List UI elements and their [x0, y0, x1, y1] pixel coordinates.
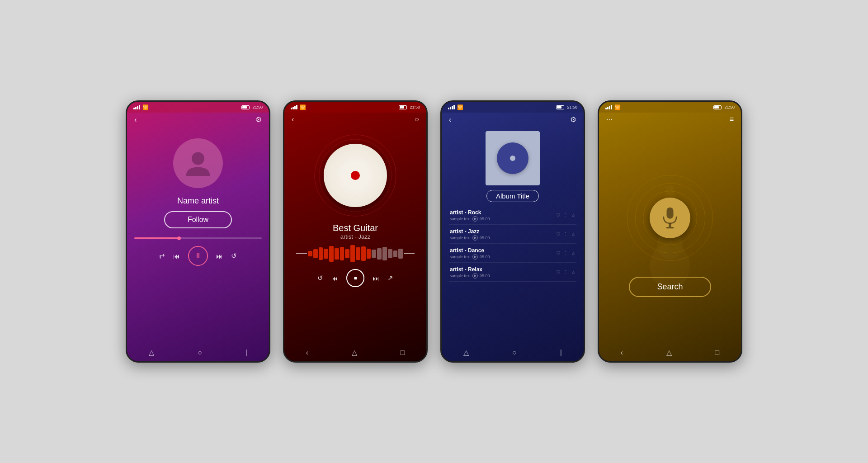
play-icon-small-3[interactable]: ▶	[472, 273, 478, 279]
search-icon-3[interactable]: ○	[512, 349, 517, 357]
heart-icon-3[interactable]: ♡	[556, 269, 561, 275]
track-list: artist - Rock sample text ▶ 05:00 ♡ ⋮ ☆	[449, 207, 576, 282]
next-icon[interactable]: ⏭	[216, 252, 223, 260]
stop-icon: ■	[354, 275, 357, 281]
progress-bar[interactable]	[134, 237, 262, 239]
menu-icon[interactable]: ≡	[730, 115, 734, 123]
more-icon-3[interactable]: ⋮	[563, 269, 568, 275]
follow-button[interactable]: Follow	[164, 211, 232, 228]
star-icon-2[interactable]: ☆	[571, 250, 576, 256]
back-icon-2[interactable]: ‹	[306, 349, 308, 357]
status-left-1: 🛜	[133, 104, 149, 110]
progress-dot	[177, 236, 181, 240]
vinyl-center	[351, 171, 360, 180]
album-cover	[486, 131, 540, 185]
time-display: 21:50	[252, 105, 263, 109]
back-icon-4[interactable]: ‹	[621, 349, 623, 357]
play-icon-small-0[interactable]: ▶	[472, 216, 478, 222]
playback-controls-2: ↺ ⏮ ■ ⏭ ↗	[317, 269, 393, 287]
home-icon-4[interactable]: △	[666, 348, 672, 357]
chevron-down-icon-3[interactable]: ‹	[449, 116, 451, 124]
track-item[interactable]: artist - Rock sample text ▶ 05:00 ♡ ⋮ ☆	[449, 207, 576, 225]
svg-rect-12	[666, 227, 674, 228]
top-bar-3: ‹ ⚙	[442, 113, 584, 127]
settings-icon-3[interactable]: ⚙	[570, 115, 576, 124]
repeat-icon-2[interactable]: ↺	[317, 274, 323, 282]
star-icon-1[interactable]: ☆	[571, 232, 576, 237]
square-icon-2[interactable]: □	[400, 349, 405, 357]
track-item[interactable]: artist - Relax sample text ▶ 05:00 ♡ ⋮ ☆	[449, 264, 576, 282]
shuffle-icon[interactable]: ⇄	[159, 252, 165, 260]
album-title: Album Title	[496, 192, 529, 200]
current-icon-3[interactable]: |	[560, 349, 562, 357]
signal-icon-2	[291, 105, 297, 109]
prev-icon-2[interactable]: ⏮	[331, 274, 338, 282]
pause-button[interactable]: ⏸	[188, 246, 208, 266]
bottom-nav-2: ‹ △ □	[284, 344, 426, 361]
track-name-2: artist - Dance	[450, 247, 556, 254]
stop-button[interactable]: ■	[346, 269, 364, 287]
bottom-nav-4: ‹ △ □	[599, 344, 741, 361]
svg-rect-10	[667, 208, 674, 219]
track-sub-2: sample text ▶ 05:00	[450, 254, 556, 260]
more-dots-icon[interactable]: ···	[606, 115, 612, 123]
album-disc-center	[510, 156, 515, 161]
home-icon-2[interactable]: △	[352, 348, 357, 357]
star-icon-3[interactable]: ☆	[571, 269, 576, 275]
status-bar-4: 🛜 21:50	[599, 102, 741, 113]
square-icon-4[interactable]: □	[715, 349, 719, 357]
share-icon[interactable]: ↗	[387, 274, 393, 282]
heart-icon-1[interactable]: ♡	[556, 232, 561, 237]
battery-icon-3	[556, 105, 564, 109]
search-icon[interactable]: ○	[198, 349, 202, 357]
settings-icon[interactable]: ⚙	[255, 115, 262, 124]
search-content: Search	[599, 126, 741, 344]
track-name-1: artist - Jazz	[450, 228, 556, 235]
phones-container: 🛜 21:50 ‹ ⚙	[108, 82, 760, 381]
vinyl-content: Best Guitar artist - Jazz	[284, 126, 426, 344]
home-icon[interactable]: △	[149, 348, 154, 357]
home-icon-3[interactable]: △	[463, 348, 469, 357]
search-button[interactable]: Search	[629, 277, 711, 297]
star-icon-0[interactable]: ☆	[571, 213, 576, 218]
track-item[interactable]: artist - Dance sample text ▶ 05:00 ♡ ⋮ ☆	[449, 245, 576, 263]
status-right-1: 21:50	[241, 105, 263, 109]
prev-icon[interactable]: ⏮	[173, 252, 180, 260]
current-icon[interactable]: |	[245, 349, 247, 357]
play-icon-small-2[interactable]: ▶	[472, 254, 478, 260]
wifi-icon-3: 🛜	[457, 104, 463, 110]
signal-icon	[133, 105, 140, 109]
play-icon-small-1[interactable]: ▶	[472, 235, 478, 241]
track-sub-3: sample text ▶ 05:00	[450, 273, 556, 279]
signal-icon-4	[605, 105, 612, 109]
status-left-4: 🛜	[605, 104, 621, 110]
search-icon-2[interactable]: ○	[415, 115, 419, 123]
heart-icon-2[interactable]: ♡	[556, 250, 561, 256]
more-icon-0[interactable]: ⋮	[563, 213, 568, 218]
svg-point-0	[192, 152, 204, 165]
vinyl-disc	[324, 144, 387, 207]
track-actions-3: ♡ ⋮ ☆	[556, 269, 576, 275]
waveform	[292, 245, 419, 263]
phone-search: 🛜 21:50 ··· ≡	[598, 100, 742, 363]
heart-icon-0[interactable]: ♡	[556, 213, 561, 218]
track-item[interactable]: artist - Jazz sample text ▶ 05:00 ♡ ⋮ ☆	[449, 226, 576, 244]
chevron-down-icon-2[interactable]: ‹	[292, 115, 294, 123]
status-bar-1: 🛜 21:50	[127, 102, 269, 113]
more-icon-2[interactable]: ⋮	[563, 250, 568, 256]
next-icon-2[interactable]: ⏭	[373, 274, 379, 282]
more-icon-1[interactable]: ⋮	[563, 232, 568, 237]
status-bar-2: 🛜 21:50	[284, 102, 426, 113]
vinyl-wrapper	[312, 132, 398, 218]
album-title-badge: Album Title	[486, 190, 539, 202]
track-actions-1: ♡ ⋮ ☆	[556, 232, 576, 237]
status-left-2: 🛜	[291, 104, 306, 110]
track-name-0: artist - Rock	[450, 209, 556, 216]
repeat-icon[interactable]: ↺	[231, 252, 237, 260]
chevron-down-icon[interactable]: ‹	[134, 116, 137, 124]
phone-album: 🛜 21:50 ‹ ⚙	[440, 100, 585, 363]
person-icon	[182, 147, 214, 179]
signal-icon-3	[448, 105, 455, 109]
top-bar-4: ··· ≡	[599, 113, 741, 126]
status-right-4: 21:50	[713, 105, 735, 109]
